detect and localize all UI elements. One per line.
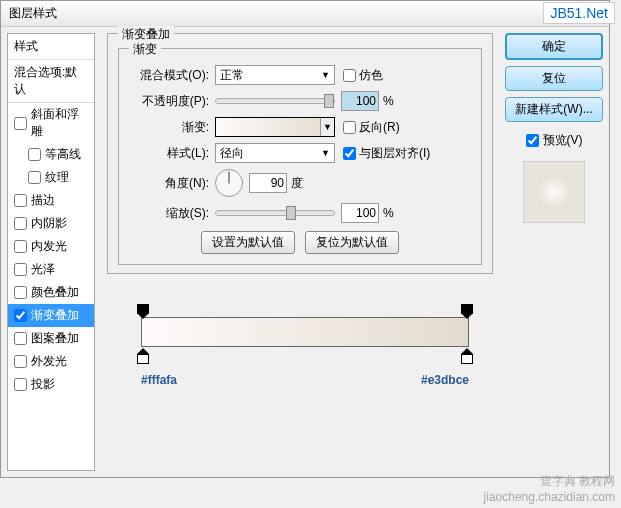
color-stop-left[interactable] [137,348,149,360]
reset-default-button[interactable]: 复位为默认值 [305,231,399,254]
preview-swatch [523,161,585,223]
angle-dial[interactable] [215,169,243,197]
style-dropdown[interactable]: 径向▼ [215,143,335,163]
sidebar-item-label: 投影 [31,376,55,393]
chevron-down-icon: ▼ [321,70,330,80]
sidebar-item-label: 纹理 [45,169,69,186]
sidebar-item[interactable]: 渐变叠加 [8,304,94,327]
sidebar-item-checkbox[interactable] [14,240,27,253]
opacity-slider[interactable] [215,98,335,104]
opacity-label: 不透明度(P): [129,93,209,110]
sidebar-item-label: 图案叠加 [31,330,79,347]
sidebar-item-checkbox[interactable] [14,355,27,368]
hex-right: #e3dbce [421,373,469,387]
sidebar-item-checkbox[interactable] [28,148,41,161]
sidebar-item-checkbox[interactable] [14,332,27,345]
blend-mode-label: 混合模式(O): [129,67,209,84]
sidebar-item-label: 等高线 [45,146,81,163]
make-default-button[interactable]: 设置为默认值 [201,231,295,254]
reverse-checkbox[interactable]: 反向(R) [343,119,400,136]
style-label: 样式(L): [129,145,209,162]
scale-slider[interactable] [215,210,335,216]
section-title: 渐变 [129,41,161,58]
sidebar-item-checkbox[interactable] [14,309,27,322]
right-panel: 确定 复位 新建样式(W)... 预览(V) [499,27,609,477]
watermark-top: JB51.Net [543,2,615,24]
cancel-button[interactable]: 复位 [505,66,603,91]
chevron-down-icon: ▼ [321,148,330,158]
sidebar-item[interactable]: 光泽 [8,258,94,281]
hex-left: #fffafa [141,373,177,387]
align-checkbox[interactable]: 与图层对齐(I) [343,145,430,162]
sidebar-item[interactable]: 颜色叠加 [8,281,94,304]
preview-checkbox[interactable]: 预览(V) [505,132,603,149]
sidebar-item[interactable]: 图案叠加 [8,327,94,350]
watermark-bottom: 查字典 教程网 jiaocheng.chazidian.com [484,473,615,504]
sidebar-item-checkbox[interactable] [14,263,27,276]
opacity-stop-left[interactable] [137,304,149,316]
sidebar-item-checkbox[interactable] [28,171,41,184]
scale-label: 缩放(S): [129,205,209,222]
sidebar-item[interactable]: 纹理 [8,166,94,189]
scale-input[interactable] [341,203,379,223]
main-panel: 渐变叠加 渐变 混合模式(O): 正常▼ 仿色 不透明度(P): [101,27,499,477]
opacity-input[interactable] [341,91,379,111]
blend-mode-dropdown[interactable]: 正常▼ [215,65,335,85]
sidebar-item-checkbox[interactable] [14,217,27,230]
sidebar-item-label: 斜面和浮雕 [31,106,88,140]
sidebar-blend-options[interactable]: 混合选项:默认 [8,60,94,103]
sidebar-item-label: 渐变叠加 [31,307,79,324]
sidebar-item-label: 描边 [31,192,55,209]
sidebar-item-label: 外发光 [31,353,67,370]
angle-input[interactable] [249,173,287,193]
sidebar-item-checkbox[interactable] [14,194,27,207]
sidebar-item-label: 光泽 [31,261,55,278]
titlebar: 图层样式 [1,1,609,27]
gradient-editor: #fffafa #e3dbce [141,317,469,387]
sidebar-item-label: 颜色叠加 [31,284,79,301]
gradient-bar[interactable] [141,317,469,347]
sidebar-item-checkbox[interactable] [14,378,27,391]
dither-checkbox[interactable]: 仿色 [343,67,383,84]
sidebar-item[interactable]: 外发光 [8,350,94,373]
sidebar-item[interactable]: 内发光 [8,235,94,258]
sidebar-header[interactable]: 样式 [8,34,94,60]
sidebar-item[interactable]: 斜面和浮雕 [8,103,94,143]
window-title: 图层样式 [9,6,57,20]
color-stop-right[interactable] [461,348,473,360]
sidebar-item[interactable]: 投影 [8,373,94,396]
sidebar: 样式 混合选项:默认 斜面和浮雕等高线纹理描边内阴影内发光光泽颜色叠加渐变叠加图… [1,27,101,477]
ok-button[interactable]: 确定 [505,33,603,60]
layer-style-dialog: 图层样式 样式 混合选项:默认 斜面和浮雕等高线纹理描边内阴影内发光光泽颜色叠加… [0,0,610,478]
opacity-stop-right[interactable] [461,304,473,316]
angle-label: 角度(N): [129,175,209,192]
sidebar-item-checkbox[interactable] [14,286,27,299]
sidebar-item-label: 内阴影 [31,215,67,232]
gradient-label: 渐变: [129,119,209,136]
sidebar-item-checkbox[interactable] [14,117,27,130]
sidebar-item[interactable]: 内阴影 [8,212,94,235]
sidebar-item[interactable]: 描边 [8,189,94,212]
chevron-down-icon: ▼ [320,118,334,136]
sidebar-item-label: 内发光 [31,238,67,255]
gradient-picker[interactable]: ▼ [215,117,335,137]
sidebar-item[interactable]: 等高线 [8,143,94,166]
new-style-button[interactable]: 新建样式(W)... [505,97,603,122]
